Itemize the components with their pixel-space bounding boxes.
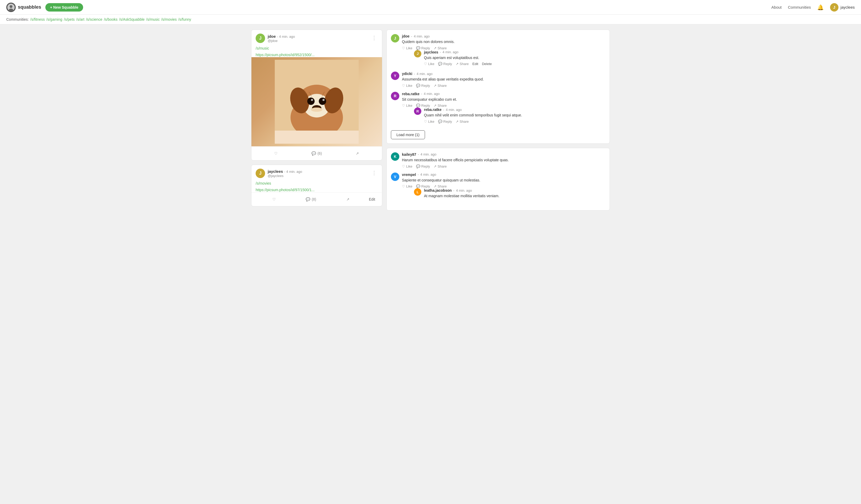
- delete-action-jayclees[interactable]: Delete: [482, 62, 492, 66]
- comment-body-vrempel: vrempel - 4 min. ago Sapiente et consequ…: [402, 173, 605, 202]
- comment-author-reba[interactable]: reba.ratke: [402, 92, 420, 96]
- nav-username: jayclees: [840, 5, 855, 10]
- post-link-2[interactable]: https://picsum.photos/id/97/1500/1...: [251, 187, 319, 194]
- community-link-art[interactable]: /s/art: [76, 17, 84, 22]
- right-column: J jdoe - 4 min. ago Quidem quis non dolo…: [386, 30, 610, 210]
- reply-action-jdoe[interactable]: 💬 Reply: [416, 46, 430, 50]
- community-link-pets[interactable]: /s/pets: [64, 17, 75, 22]
- post-author-time-2: jayclees - 4 min. ago: [268, 169, 302, 174]
- comment-author-reba2[interactable]: reba.ratke: [424, 108, 441, 112]
- share-action-reba2[interactable]: ↗ Share: [456, 120, 469, 123]
- comment-actions-vrempel: ♡ Like 💬 Reply ↗ Share: [402, 185, 605, 188]
- like-action-jdoe[interactable]: ♡ Like: [402, 46, 412, 50]
- comments-panel-1: J jdoe - 4 min. ago Quidem quis non dolo…: [386, 30, 610, 144]
- post-author-2[interactable]: jayclees: [268, 169, 283, 174]
- comment-item-reba2: R reba.ratke - 4 min. ago Quam nihil vel…: [414, 108, 605, 123]
- comment-author-jayclees[interactable]: jayclees: [424, 50, 438, 54]
- heart-icon: ♡: [402, 84, 405, 87]
- comment-body-kailey: kailey87 - 4 min. ago Harum necessitatib…: [402, 152, 605, 168]
- community-link-asksquabble[interactable]: /s/AskSquabble: [119, 17, 145, 22]
- reply-action-reba2[interactable]: 💬 Reply: [438, 120, 452, 123]
- post-card-1: J jdoe - 4 min. ago @jdoe ⋮ /s/music htt…: [251, 30, 382, 161]
- share-button-1[interactable]: ↗: [337, 150, 378, 157]
- svg-point-11: [311, 99, 313, 101]
- navbar: squabbles + New Squabble About Communiti…: [0, 0, 861, 15]
- comment-text-vrempel: Sapiente et consequatur quisquam ut mole…: [402, 178, 605, 183]
- share-action-jdoe[interactable]: ↗ Share: [434, 46, 447, 50]
- like-button-2[interactable]: ♡: [256, 196, 292, 203]
- comment-text-ydicki: Assumenda est alias quae veritatis exped…: [402, 77, 605, 82]
- notifications-bell-icon[interactable]: 🔔: [817, 4, 824, 11]
- share-action-vrempel[interactable]: ↗ Share: [434, 185, 447, 188]
- post-menu-button-2[interactable]: ⋮: [370, 168, 378, 177]
- comments-button-1[interactable]: 💬 (6): [296, 150, 337, 157]
- comments-button-2[interactable]: 💬 (8): [292, 196, 330, 203]
- comment-author-vrempel[interactable]: vrempel: [402, 173, 416, 177]
- like-action-vrempel[interactable]: ♡ Like: [402, 185, 412, 188]
- avatar: K: [391, 152, 399, 161]
- comment-item-jayclees: J jayclees - 4 min. ago Quis aperiam est…: [414, 50, 605, 66]
- share-action-jayclees[interactable]: ↗ Share: [456, 62, 469, 66]
- post-author-1[interactable]: jdoe: [268, 34, 276, 39]
- reply-action-vrempel[interactable]: 💬 Reply: [416, 185, 430, 188]
- edit-action-jayclees[interactable]: Edit: [473, 62, 478, 66]
- share-button-2[interactable]: ↗: [329, 196, 366, 203]
- reply-action-kailey[interactable]: 💬 Reply: [416, 164, 430, 168]
- comment-icon: 💬: [438, 120, 442, 123]
- comment-thread-kailey: K kailey87 - 4 min. ago Harum necessitat…: [391, 152, 605, 168]
- community-link-fitness[interactable]: /s/fitness: [30, 17, 45, 22]
- like-action-jayclees[interactable]: ♡ Like: [424, 62, 435, 66]
- community-link-gaming[interactable]: /s/gaming: [46, 17, 63, 22]
- comment-text-reba: Sit consequatur explicabo cum et.: [402, 97, 605, 102]
- post-community-2[interactable]: /s/movies: [251, 180, 382, 188]
- community-link-science[interactable]: /s/science: [86, 17, 102, 22]
- community-link-books[interactable]: /s/books: [104, 17, 118, 22]
- post-header-1: J jdoe - 4 min. ago @jdoe ⋮: [251, 30, 382, 45]
- share-icon: ↗: [434, 164, 437, 168]
- comment-author-line-ydicki: ydicki - 4 min. ago: [402, 72, 605, 76]
- about-link[interactable]: About: [771, 5, 781, 10]
- nav-right: About Communities 🔔 J jayclees: [771, 3, 855, 12]
- edit-button-2[interactable]: Edit: [366, 196, 378, 203]
- comment-author-leatha[interactable]: leatha.jacobson: [424, 188, 452, 192]
- share-action-ydicki[interactable]: ↗ Share: [434, 84, 447, 87]
- user-menu[interactable]: J jayclees: [830, 3, 855, 12]
- reply-action-jayclees[interactable]: 💬 Reply: [438, 62, 452, 66]
- post-meta-2: jayclees - 4 min. ago @jayclees: [268, 169, 302, 178]
- load-more-button-1[interactable]: Load more (1): [391, 130, 425, 139]
- like-action-ydicki[interactable]: ♡ Like: [402, 84, 412, 87]
- comment-icon: 💬: [312, 151, 316, 155]
- like-action-reba[interactable]: ♡ Like: [402, 104, 412, 108]
- comment-text-kailey: Harum necessitatibus id facere officiis …: [402, 158, 605, 163]
- like-action-kailey[interactable]: ♡ Like: [402, 164, 412, 168]
- svg-point-12: [323, 99, 325, 101]
- comment-item-leatha: L leatha.jacobson - 4 min. ago At magnam…: [414, 188, 605, 200]
- post-header-left-1: J jdoe - 4 min. ago @jdoe: [256, 33, 295, 43]
- comment-author-jdoe[interactable]: jdoe: [402, 34, 410, 38]
- comment-actions-jayclees: ♡ Like 💬 Reply: [424, 62, 605, 66]
- post-community-1[interactable]: /s/music: [251, 45, 382, 52]
- svg-rect-17: [275, 131, 359, 144]
- like-action-reba2[interactable]: ♡ Like: [424, 120, 435, 123]
- community-link-movies[interactable]: /s/movies: [161, 17, 177, 22]
- share-action-reba[interactable]: ↗ Share: [434, 104, 447, 108]
- new-squabble-button[interactable]: + New Squabble: [45, 3, 83, 12]
- communities-link[interactable]: Communities: [788, 5, 811, 10]
- reply-action-ydicki[interactable]: 💬 Reply: [416, 84, 430, 87]
- comment-icon: 💬: [416, 185, 420, 188]
- community-link-funny[interactable]: /s/funny: [178, 17, 191, 22]
- community-link-music[interactable]: /s/music: [146, 17, 160, 22]
- share-action-kailey[interactable]: ↗ Share: [434, 164, 447, 168]
- comment-author-line-jayclees: jayclees - 4 min. ago: [424, 50, 605, 54]
- share-icon: ↗: [434, 84, 437, 87]
- comment-actions-ydicki: ♡ Like 💬 Reply ↗ Share: [402, 84, 605, 87]
- share-icon: ↗: [456, 120, 459, 123]
- comment-author-line-jdoe: jdoe - 4 min. ago: [402, 34, 605, 38]
- like-button-1[interactable]: ♡: [256, 150, 296, 157]
- comment-author-ydicki[interactable]: ydicki: [402, 72, 412, 76]
- post-menu-button-1[interactable]: ⋮: [370, 33, 378, 42]
- heart-icon-2: ♡: [272, 197, 276, 201]
- reply-action-reba[interactable]: 💬 Reply: [416, 104, 430, 108]
- comment-text-reba2: Quam nihil velit enim commodi temporibus…: [424, 113, 605, 118]
- comment-author-kailey[interactable]: kailey87: [402, 152, 416, 156]
